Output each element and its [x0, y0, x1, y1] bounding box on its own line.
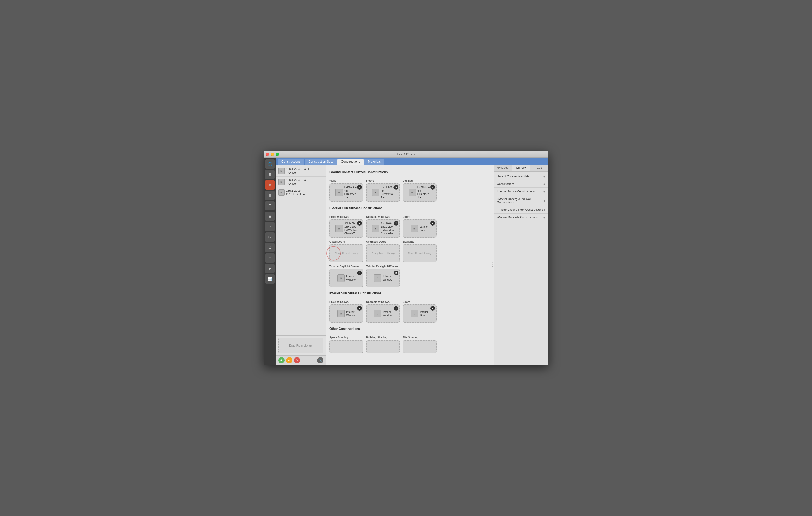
card-icon: ⊞: [336, 225, 343, 232]
main-content: Constructions Construction Sets Construc…: [276, 158, 548, 365]
int-fixed-windows-card[interactable]: ⊞ InteriorWindow ×: [329, 304, 364, 323]
ceilings-card[interactable]: ⊞ ExtSlabCar4inClimateZo1 ● ×: [403, 183, 437, 202]
fixed-windows-card[interactable]: ⊞ ASHRAE189.1-200ExtWindowClimateZo ×: [329, 219, 364, 238]
scissors-icon-btn[interactable]: ✂: [265, 233, 274, 242]
operable-windows-card[interactable]: ⊞ ASHRAE189.1-200ExtWindowClimateZo ×: [366, 219, 400, 238]
gear-icon-btn[interactable]: ⚙: [265, 243, 274, 252]
card-text: ExtSlabCar4inClimateZo1 ●: [417, 186, 431, 199]
list-drag-drop-box[interactable]: Drag From Library: [278, 338, 323, 353]
tubular-domes-card[interactable]: ⊞ InteriorWindow ×: [329, 269, 364, 287]
tubular-domes-group: Tubular Daylight Domes ⊞ InteriorWindow …: [329, 265, 364, 287]
library-panel: My Model Library Edit Default Constructi…: [494, 164, 548, 365]
card-remove-button[interactable]: ×: [394, 271, 399, 275]
copy-button[interactable]: ×2: [286, 357, 292, 364]
list-item-icon: ⊞: [278, 179, 285, 185]
card-icon: ⊞: [374, 274, 381, 282]
window-title: inca_122.osm: [397, 153, 415, 156]
cube-icon-btn[interactable]: ◈: [265, 180, 274, 190]
monitor-icon-btn[interactable]: ▭: [265, 253, 274, 263]
int-doors-label: Doors: [403, 301, 437, 303]
card-text: InteriorWindow: [346, 275, 355, 281]
list-item[interactable]: ⊞ 189.1-2009 – CZ7-8 – Office: [276, 187, 325, 198]
building-shading-card[interactable]: [366, 340, 400, 353]
main-panel[interactable]: Ground Contact Surface Constructions Wal…: [326, 164, 494, 365]
tab-materials[interactable]: Materials: [364, 159, 384, 164]
tab-library[interactable]: Library: [512, 164, 530, 171]
card-icon: ⊞: [372, 189, 379, 196]
int-doors-card[interactable]: ⊞ InteriorDoor ×: [403, 304, 437, 323]
list-item[interactable]: ⊞ 189.1-2009 – CZ1 – Office: [276, 165, 325, 177]
walls-card[interactable]: ⊞ ExtSlabCar4inClimateZo1 ● ×: [329, 183, 364, 202]
tab-constructions-2[interactable]: Constructions: [337, 159, 364, 164]
chart-icon-btn[interactable]: 📊: [265, 274, 274, 283]
card-remove-button[interactable]: ×: [430, 306, 435, 311]
handle-dot: [492, 264, 493, 265]
card-remove-button[interactable]: ×: [430, 185, 435, 190]
glass-doors-card[interactable]: Drag From Library: [329, 244, 364, 263]
overhead-doors-card[interactable]: Drag From Library: [366, 244, 400, 263]
lib-item-internal-source[interactable]: Internal Source Constructions ◀: [494, 188, 548, 195]
card-remove-button[interactable]: ×: [430, 221, 435, 225]
ceilings-group: Ceilings ⊞ ExtSlabCar4inClimateZo1 ● ×: [403, 179, 437, 202]
section-ground-contact: Ground Contact Surface Constructions: [329, 169, 490, 175]
icon-sidebar: 🌐 ⊞ ◈ ▤ ☰ ▣ ⇄ ✂ ⚙ ▭ ▶ 📊: [264, 158, 276, 365]
globe-icon-btn[interactable]: 🌐: [265, 159, 274, 169]
arrows-icon-btn[interactable]: ⇄: [265, 222, 274, 231]
card-remove-button[interactable]: ×: [357, 221, 362, 225]
int-operable-windows-card[interactable]: ⊞ InteriorWindow ×: [366, 304, 400, 323]
doors-ext-card[interactable]: ⊞ ExteriorDoor ×: [403, 219, 437, 238]
info-button[interactable]: 🔧: [317, 357, 323, 364]
card-remove-button[interactable]: ×: [357, 271, 362, 275]
list-item-icon: ⊞: [278, 189, 285, 195]
list-pane-scroll[interactable]: ⊞ 189.1-2009 – CZ1 – Office ⊞ 189.1-2009…: [276, 164, 325, 335]
site-shading-card[interactable]: [403, 340, 437, 353]
play-icon-btn[interactable]: ▶: [265, 264, 274, 273]
list-item-text: 189.1-2009 – CZ1 – Office: [286, 167, 309, 175]
chevron-right-icon: ◀: [543, 199, 545, 202]
tab-edit[interactable]: Edit: [530, 164, 548, 171]
card-remove-button[interactable]: ×: [394, 306, 399, 311]
box-icon-btn[interactable]: ▣: [265, 212, 274, 221]
layers-icon-btn[interactable]: ▤: [265, 191, 274, 200]
add-button[interactable]: +: [278, 357, 285, 364]
skylights-card[interactable]: Drag From Library: [403, 244, 437, 263]
maximize-button[interactable]: [276, 152, 279, 156]
glass-doors-label: Glass Doors: [329, 240, 364, 243]
close-button[interactable]: [266, 152, 269, 156]
tab-my-model[interactable]: My Model: [494, 164, 512, 171]
card-icon: ⊞: [372, 225, 379, 232]
card-text: InteriorWindow: [383, 310, 392, 317]
chevron-right-icon: ◀: [543, 216, 545, 219]
list-item[interactable]: ⊞ 189.1-2009 – CZ5 – Office: [276, 177, 325, 187]
lib-item-cfactor[interactable]: C-factor Underground Wall Constructions …: [494, 195, 548, 206]
card-icon: ⊞: [337, 310, 345, 317]
tab-construction-sets[interactable]: Construction Sets: [304, 159, 337, 164]
lib-item-constructions[interactable]: Constructions ◀: [494, 180, 548, 188]
building-shading-label: Building Shading: [366, 336, 400, 339]
lib-item-default-construction-sets[interactable]: Default Construction Sets ◀: [494, 173, 548, 180]
remove-button[interactable]: ×: [294, 357, 300, 364]
pane-area: ⊞ 189.1-2009 – CZ1 – Office ⊞ 189.1-2009…: [276, 164, 548, 365]
ceilings-label: Ceilings: [403, 179, 437, 182]
list-icon-btn[interactable]: ☰: [265, 201, 274, 210]
app-window: inca_122.osm 🌐 ⊞ ◈ ▤ ☰ ▣ ⇄ ✂ ⚙ ▭ ▶ 📊 Con…: [264, 151, 548, 365]
fixed-windows-group: Fixed Windows ⊞ ASHRAE189.1-200ExtWindow…: [329, 215, 364, 238]
tubular-diffusers-group: Tubular Daylight Diffusers ⊞ InteriorWin…: [366, 265, 400, 287]
tubular-diffusers-card[interactable]: ⊞ InteriorWindow ×: [366, 269, 400, 287]
list-item-text: 189.1-2009 – CZ7-8 – Office: [286, 189, 304, 196]
card-remove-button[interactable]: ×: [357, 185, 362, 190]
tab-constructions-1[interactable]: Constructions: [278, 159, 304, 164]
card-remove-button[interactable]: ×: [357, 306, 362, 311]
card-remove-button[interactable]: ×: [394, 185, 399, 190]
grid-icon-btn[interactable]: ⊞: [265, 170, 274, 179]
section-other: Other Constructions: [329, 325, 490, 332]
space-shading-card[interactable]: [329, 340, 364, 353]
lib-item-ffactor[interactable]: F-factor Ground Floor Constructions ◀: [494, 206, 548, 214]
floors-card[interactable]: ⊞ ExtSlabCar4inClimateZo1 ● ×: [366, 183, 400, 202]
minimize-button[interactable]: [271, 152, 274, 156]
card-remove-button[interactable]: ×: [394, 221, 399, 225]
floors-label: Floors: [366, 179, 400, 182]
doors-ext-label: Doors: [403, 215, 437, 218]
card-icon: ⊞: [411, 310, 418, 317]
lib-item-window-data-file[interactable]: Window Data File Constructions ◀: [494, 214, 548, 221]
